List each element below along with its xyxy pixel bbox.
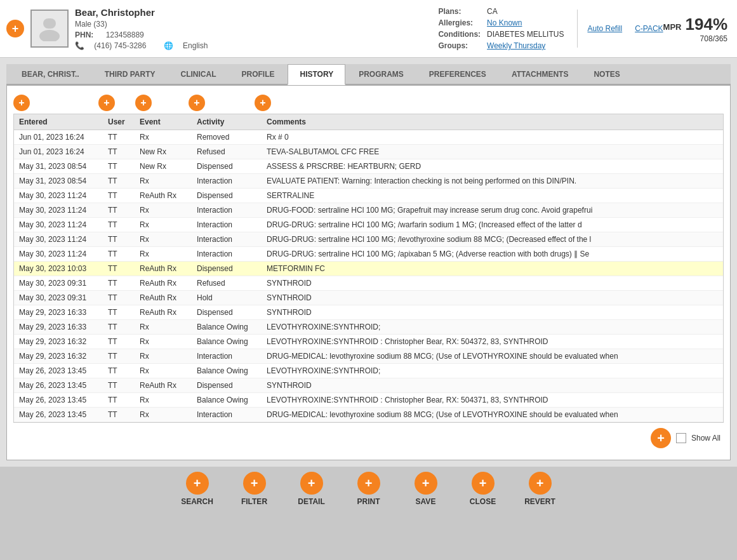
table-cell: May 30, 2023 09:31 [14, 276, 103, 291]
filter-add-icon[interactable]: + [243, 472, 266, 495]
top-links: Auto Refill C-PACK [587, 24, 663, 33]
search-add-icon[interactable]: + [186, 472, 209, 495]
show-all-label[interactable]: Show All [691, 434, 720, 443]
table-cell: Balance Owing [192, 393, 262, 408]
phn-value: 123458889 [106, 30, 144, 39]
filter-comments-button[interactable]: + [255, 95, 271, 111]
table-cell: May 31, 2023 08:54 [14, 174, 103, 189]
table-cell: TT [103, 305, 135, 320]
toolbar-filter[interactable]: + FILTER [232, 472, 277, 506]
table-row[interactable]: May 30, 2023 11:24TTRxInteractionDRUG-FO… [14, 203, 723, 218]
table-row[interactable]: May 30, 2023 11:24TTRxInteractionDRUG-DR… [14, 247, 723, 262]
table-cell: Rx [135, 364, 192, 378]
table-cell: May 26, 2023 13:45 [14, 408, 103, 422]
tab-third-party[interactable]: THIRD PARTY [93, 64, 168, 84]
table-cell: Dispensed [192, 378, 262, 393]
table-cell: LEVOTHYROXINE:SYNTHROID; [262, 364, 723, 378]
table-row[interactable]: May 29, 2023 16:32TTRxInteractionDRUG-ME… [14, 349, 723, 364]
col-header-event: Event [135, 114, 192, 130]
table-row[interactable]: May 26, 2023 13:45TTRxBalance OwingLEVOT… [14, 364, 723, 378]
toolbar-search[interactable]: + SEARCH [175, 472, 220, 506]
table-cell: May 29, 2023 16:32 [14, 349, 103, 364]
save-add-icon[interactable]: + [415, 472, 437, 495]
table-cell: New Rx [135, 145, 192, 159]
groups-label: Groups: [435, 41, 483, 51]
table-row[interactable]: May 30, 2023 11:24TTReAuth RxDispensedSE… [14, 189, 723, 203]
svg-rect-0 [43, 18, 56, 29]
table-row[interactable]: May 30, 2023 09:31TTReAuth RxRefusedSYNT… [14, 276, 723, 291]
col-header-activity: Activity [192, 114, 262, 130]
filter-label: FILTER [241, 497, 267, 506]
table-cell: Jun 01, 2023 16:24 [14, 130, 103, 145]
table-row[interactable]: May 29, 2023 16:32TTRxBalance OwingLEVOT… [14, 335, 723, 349]
table-cell: Removed [192, 130, 262, 145]
table-row[interactable]: May 30, 2023 11:24TTRxInteractionDRUG-DR… [14, 218, 723, 232]
table-cell: May 30, 2023 11:24 [14, 189, 103, 203]
table-row[interactable]: May 30, 2023 11:24TTRxInteractionDRUG-DR… [14, 232, 723, 247]
tab-history[interactable]: HISTORY [288, 64, 345, 85]
patient-info: Bear, Christopher Male (33) PHN: 1234588… [75, 7, 422, 50]
show-all-checkbox[interactable] [676, 433, 686, 443]
tab-notes[interactable]: NOTES [581, 64, 632, 84]
tab-clinical[interactable]: CLINICAL [168, 64, 228, 84]
tab-preferences[interactable]: PREFERENCES [417, 64, 498, 84]
filter-event-button[interactable]: + [135, 95, 152, 111]
groups-value[interactable]: Weekly Thursday [484, 41, 566, 51]
tab-attachments[interactable]: ATTACHMENTS [500, 64, 581, 84]
c-pack-link[interactable]: C-PACK [635, 24, 663, 33]
close-label: CLOSE [470, 497, 496, 506]
toolbar-revert[interactable]: + REVERT [518, 472, 562, 506]
revert-add-icon[interactable]: + [529, 472, 552, 495]
table-cell: TT [103, 291, 135, 305]
table-cell: TT [103, 349, 135, 364]
table-cell: Interaction [192, 232, 262, 247]
toolbar-close[interactable]: + CLOSE [461, 472, 505, 506]
table-cell: Rx [135, 232, 192, 247]
tab-bear-christ[interactable]: BEAR, CHRIST.. [10, 64, 91, 84]
table-row[interactable]: May 31, 2023 08:54TTNew RxDispensedASSES… [14, 159, 723, 174]
table-cell: Rx [135, 174, 192, 189]
table-cell: Dispensed [192, 305, 262, 320]
table-cell: Rx [135, 320, 192, 335]
table-cell: Rx [135, 247, 192, 262]
history-table-scroll[interactable]: Entered User Event Activity Comments Jun… [14, 114, 723, 422]
table-row[interactable]: May 29, 2023 16:33TTReAuth RxDispensedSY… [14, 305, 723, 320]
close-add-icon[interactable]: + [472, 472, 495, 495]
table-cell: Interaction [192, 218, 262, 232]
filter-activity-button[interactable]: + [189, 95, 205, 111]
tab-programs[interactable]: PROGRAMS [347, 64, 416, 84]
add-patient-button[interactable]: + [6, 20, 24, 37]
print-add-icon[interactable]: + [357, 472, 380, 495]
patient-details: Plans: CA Allergies: No Known Conditions… [434, 5, 568, 52]
allergies-value[interactable]: No Known [484, 18, 566, 28]
tab-profile[interactable]: PROFILE [229, 64, 286, 84]
mpr-label: MPR [663, 22, 682, 32]
table-cell: May 30, 2023 11:24 [14, 203, 103, 218]
table-cell: New Rx [135, 159, 192, 174]
table-row[interactable]: May 26, 2023 13:45TTRxInteractionDRUG-ME… [14, 408, 723, 422]
table-cell: DRUG-DRUG: sertraline HCl 100 MG; /levot… [262, 232, 723, 247]
table-cell: ReAuth Rx [135, 189, 192, 203]
toolbar-save[interactable]: + SAVE [404, 472, 448, 506]
toolbar-detail[interactable]: + DETAIL [289, 472, 334, 506]
table-row[interactable]: May 30, 2023 09:31TTReAuth RxHoldSYNTHRO… [14, 291, 723, 305]
table-row[interactable]: May 29, 2023 16:33TTRxBalance OwingLEVOT… [14, 320, 723, 335]
phone-icon: 📞 [75, 41, 84, 50]
filter-user-button[interactable]: + [98, 95, 115, 111]
content-area: + + + + + Entered User Event Activity Co… [6, 85, 731, 460]
table-cell: May 30, 2023 11:24 [14, 247, 103, 262]
detail-add-icon[interactable]: + [300, 472, 323, 495]
table-cell: DRUG-FOOD: sertraline HCl 100 MG; Grapef… [262, 203, 723, 218]
auto-refill-link[interactable]: Auto Refill [587, 24, 622, 33]
show-all-add-button[interactable]: + [651, 428, 671, 448]
table-row[interactable]: May 31, 2023 08:54TTRxInteractionEVALUAT… [14, 174, 723, 189]
patient-bar: + Bear, Christopher Male (33) PHN: 12345… [0, 0, 737, 58]
table-row[interactable]: May 26, 2023 13:45TTReAuth RxDispensedSY… [14, 378, 723, 393]
table-cell: ReAuth Rx [135, 291, 192, 305]
table-row[interactable]: May 26, 2023 13:45TTRxBalance OwingLEVOT… [14, 393, 723, 408]
toolbar-print[interactable]: + PRINT [347, 472, 391, 506]
table-row[interactable]: Jun 01, 2023 16:24TTRxRemovedRx # 0 [14, 130, 723, 145]
table-row[interactable]: May 30, 2023 10:03TTReAuth RxDispensedME… [14, 262, 723, 276]
filter-entered-button[interactable]: + [13, 95, 30, 111]
table-row[interactable]: Jun 01, 2023 16:24TTNew RxRefusedTEVA-SA… [14, 145, 723, 159]
